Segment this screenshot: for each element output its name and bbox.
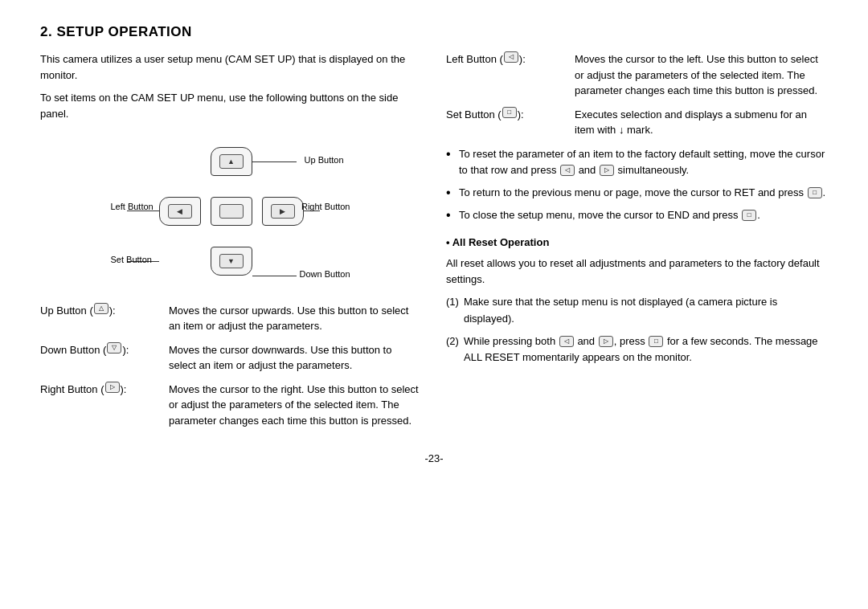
all-reset-section: • All Reset Operation All reset allows y… — [446, 235, 828, 366]
intro-line2: To set items on the CAM SET UP menu, use… — [40, 90, 422, 122]
diagram-up-label: Up Button — [305, 155, 344, 165]
inline-set-icon-2: □ — [808, 187, 822, 198]
inline-left-icon-2: ◁ — [559, 336, 574, 347]
diagram-down-label: Down Button — [300, 269, 350, 279]
desc-left-label: Left Button (◁): — [446, 51, 575, 99]
left-column: This camera utilizes a user setup menu (… — [40, 51, 422, 436]
desc-up-label: Up Button (△): — [40, 303, 169, 334]
button-diagram: ▲ ◀ ▶ ▼ Up But — [40, 139, 422, 284]
desc-set: Set Button (□): Executes selection and d… — [446, 107, 828, 138]
desc-right-text: Moves the cursor to the right. Use this … — [169, 382, 422, 429]
bullet-list: • To reset the parameter of an item to t… — [446, 146, 828, 224]
desc-down: Down Button (▽): Moves the cursor downwa… — [40, 342, 422, 374]
bullet-2: • To return to the previous menu or page… — [446, 185, 828, 201]
bullet-1: • To reset the parameter of an item to t… — [446, 146, 828, 178]
step-2-num: (2) — [446, 333, 464, 366]
all-reset-title: • All Reset Operation — [446, 235, 828, 251]
desc-down-text: Moves the cursor downwards. Use this but… — [169, 342, 422, 374]
step-1-num: (1) — [446, 294, 464, 326]
all-reset-step-2: (2) While pressing both ◁ and ▷, press □… — [446, 333, 828, 366]
left-btn-icon: ◁ — [504, 51, 518, 63]
bullet-dot-2: • — [446, 185, 459, 201]
desc-up: Up Button (△): Moves the cursor upwards.… — [40, 303, 422, 334]
desc-left: Left Button (◁): Moves the cursor to the… — [446, 51, 828, 99]
bullet-3-text: To close the setup menu, move the cursor… — [459, 207, 760, 223]
inline-right-icon-2: ▷ — [599, 336, 613, 347]
diagram-left-label: Left Button — [111, 202, 154, 211]
diagram-down-button: ▼ — [211, 247, 252, 276]
page-number: -23- — [424, 452, 443, 464]
diagram-up-button: ▲ — [211, 147, 252, 176]
inline-set-icon-4: □ — [649, 336, 663, 347]
bullet-2-text: To return to the previous menu or page, … — [459, 185, 825, 201]
intro-line1: This camera utilizes a user setup menu (… — [40, 51, 422, 84]
diagram-set-label: Set Button — [111, 255, 152, 264]
desc-up-text: Moves the cursor upwards. Use this butto… — [169, 303, 422, 334]
desc-down-label: Down Button (▽): — [40, 342, 169, 374]
step-2-text: While pressing both ◁ and ▷, press □ for… — [464, 333, 828, 366]
inline-right-icon: ▷ — [600, 165, 614, 176]
right-column: Left Button (◁): Moves the cursor to the… — [446, 51, 828, 436]
bullet-dot-1: • — [446, 146, 459, 178]
desc-set-label: Set Button (□): — [446, 107, 575, 138]
desc-right-label: Right Button (▷): — [40, 382, 169, 429]
step-1-text: Make sure that the setup menu is not dis… — [464, 294, 828, 326]
desc-set-text: Executes selection and displays a submen… — [575, 107, 828, 138]
diagram-left-button: ◀ — [159, 197, 201, 226]
set-btn-icon: □ — [502, 107, 517, 118]
page-title: 2. SETUP OPERATION — [40, 24, 828, 40]
up-btn-icon: △ — [94, 303, 108, 314]
page-footer: -23- — [40, 452, 828, 464]
inline-set-icon-3: □ — [742, 210, 756, 221]
bullet-3: • To close the setup menu, move the curs… — [446, 207, 828, 223]
bullet-1-text: To reset the parameter of an item to the… — [459, 146, 828, 178]
diagram-right-button: ▶ — [262, 197, 304, 226]
desc-left-text: Moves the cursor to the left. Use this b… — [575, 51, 828, 99]
inline-left-icon: ◁ — [560, 165, 575, 176]
all-reset-step-1: (1) Make sure that the setup menu is not… — [446, 294, 828, 326]
all-reset-intro: All reset allows you to reset all adjust… — [446, 255, 828, 288]
desc-right: Right Button (▷): Moves the cursor to th… — [40, 382, 422, 429]
down-btn-icon: ▽ — [107, 342, 121, 354]
bullet-dot-3: • — [446, 207, 459, 223]
diagram-right-label: Right Button — [301, 202, 350, 211]
diagram-set-button — [211, 197, 252, 226]
right-btn-icon: ▷ — [105, 382, 120, 393]
